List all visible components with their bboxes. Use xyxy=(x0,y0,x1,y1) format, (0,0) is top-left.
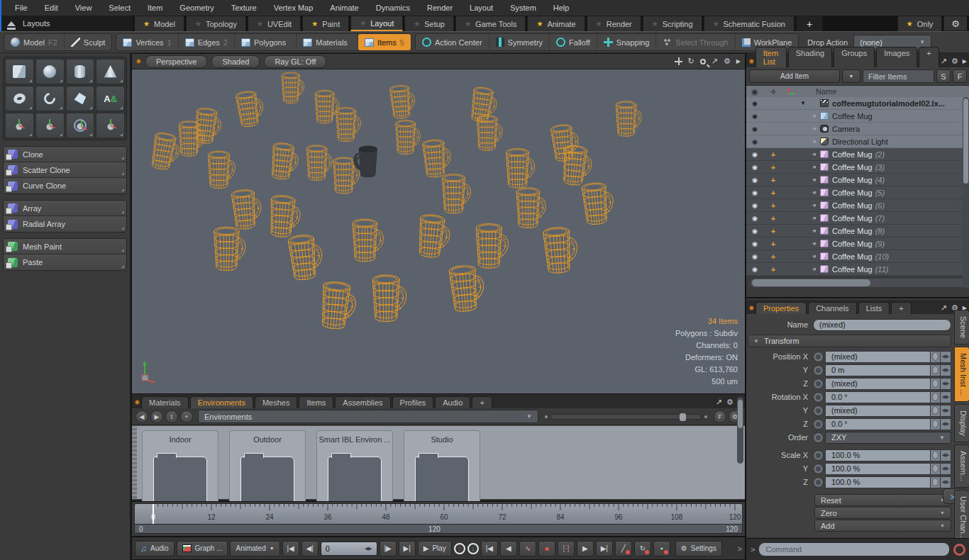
animated-channels-dropdown[interactable]: Animated ▼ xyxy=(230,541,279,556)
menu-item[interactable]: Geometry xyxy=(172,1,221,14)
go-to-end-button[interactable]: ▶| xyxy=(399,541,416,556)
scatter-clone-button[interactable]: Scatter Clone xyxy=(4,162,126,178)
expander-icon[interactable]: ▼ xyxy=(800,100,809,106)
star-icon[interactable]: ★ xyxy=(195,20,201,28)
channel-toggle[interactable] xyxy=(813,477,824,488)
audio-button[interactable]: ♫ Audio xyxy=(135,541,175,556)
key-range-icon[interactable]: [·] xyxy=(558,541,575,556)
value-field[interactable]: 0.0 ° xyxy=(825,418,930,430)
3d-viewport[interactable]: Perspective Shaded Ray GL: Off ↻ ↗ ⚙ ▶ xyxy=(131,53,746,393)
browser-tab[interactable]: Audio xyxy=(435,396,470,408)
item-row[interactable]: ◉ + ·■ Coffee Mug (2) xyxy=(746,148,969,161)
item-row[interactable]: ◉ ·■ Directional Light xyxy=(746,135,969,148)
transform-action-button[interactable]: Zero ▼ xyxy=(814,507,951,519)
browser-grip[interactable] xyxy=(132,426,137,499)
browser-tab[interactable]: Assemblies xyxy=(335,396,390,408)
previous-frame-button[interactable]: ◀| xyxy=(301,541,319,556)
layouts-button[interactable]: Layouts xyxy=(1,16,133,31)
cylinder-tool[interactable] xyxy=(66,59,95,84)
layout-settings-gear[interactable]: ⚙ xyxy=(943,16,968,31)
sphere-tool[interactable] xyxy=(35,59,65,84)
sculpt-mode-button[interactable]: Sculpt xyxy=(65,34,112,50)
keyframe-button[interactable] xyxy=(930,391,940,403)
browser-tab[interactable]: Profiles xyxy=(392,396,434,408)
eye-icon[interactable]: ◉ xyxy=(752,202,758,209)
panel-menu-dot[interactable] xyxy=(135,400,140,405)
back-button[interactable]: ◀ xyxy=(135,410,148,423)
first-key-button[interactable]: |◀ xyxy=(481,541,498,556)
viewport-menu-dot[interactable] xyxy=(136,59,141,64)
menu-item[interactable]: Animate xyxy=(322,1,366,14)
curve-clone-button[interactable]: Curve Clone xyxy=(4,178,126,194)
pin-icon[interactable]: + xyxy=(763,189,783,197)
channel-toggle[interactable] xyxy=(813,392,824,403)
maximize-icon[interactable]: ↗ xyxy=(711,57,718,66)
key-falloff-icon[interactable]: ∿ xyxy=(519,541,536,556)
eye-icon[interactable]: ◉ xyxy=(752,125,758,133)
eye-icon[interactable]: ◉ xyxy=(752,113,758,120)
eye-icon[interactable]: ◉ xyxy=(752,100,758,107)
menu-item[interactable]: View xyxy=(67,1,100,14)
spring-tool[interactable] xyxy=(35,86,65,111)
array-button[interactable]: Array xyxy=(4,201,126,216)
channel-toggle[interactable] xyxy=(813,464,824,474)
command-input[interactable] xyxy=(758,542,950,556)
item-row[interactable]: ◉ + ·■ Coffee Mug (5) xyxy=(746,186,969,199)
pin-icon[interactable]: + xyxy=(763,227,783,235)
item-row[interactable]: ◉ + ·■ Coffee Mug (8) xyxy=(746,225,969,237)
item-row[interactable]: ◉ + ·■ Coffee Mug (10) xyxy=(746,250,969,263)
eye-icon[interactable]: ◉ xyxy=(752,138,758,145)
paste-button[interactable]: Paste xyxy=(4,254,126,270)
value-field[interactable]: 100.0 % xyxy=(825,449,930,461)
layout-tab[interactable]: ★ UVEdit xyxy=(248,16,301,31)
item-list-vscrollbar[interactable] xyxy=(963,97,969,289)
range-end[interactable]: 120 xyxy=(726,525,738,533)
previous-key-button[interactable]: ◀ xyxy=(500,541,517,556)
property-category-tab[interactable]: Mesh Inst ... xyxy=(954,347,969,402)
eye-icon[interactable]: ◉ xyxy=(752,177,758,184)
item-row[interactable]: ◉ + ·■ Coffee Mug (6) xyxy=(746,199,969,212)
eye-icon[interactable]: ◉ xyxy=(752,151,758,158)
value-field[interactable]: (mixed) xyxy=(825,351,930,363)
browser-tab[interactable]: Materials xyxy=(141,396,189,408)
star-icon[interactable]: ★ xyxy=(257,20,263,28)
eye-icon[interactable]: ◉ xyxy=(752,253,758,260)
eye-icon[interactable]: ◉ xyxy=(752,189,758,196)
maximize-icon[interactable]: ↗ xyxy=(941,57,947,66)
transform-move-tool[interactable] xyxy=(5,113,34,138)
cycle-key-button[interactable]: ↻ xyxy=(634,541,651,556)
keyframe-button[interactable] xyxy=(930,378,940,390)
pin-icon[interactable]: + xyxy=(763,176,783,184)
filter-items-field[interactable]: Filter Items xyxy=(863,69,934,83)
polygon-tool[interactable] xyxy=(66,86,95,111)
transform-all-tool[interactable] xyxy=(96,113,125,138)
menu-item[interactable]: Help xyxy=(546,1,577,14)
pin-icon[interactable]: + xyxy=(763,150,783,159)
gear-icon[interactable]: ⚙ xyxy=(726,398,733,407)
channel-toggle[interactable] xyxy=(813,379,824,389)
layout-tab[interactable]: ★ Render xyxy=(587,16,641,31)
pin-icon[interactable]: + xyxy=(763,265,783,274)
item-row[interactable]: ◉ + ·■ Coffee Mug (3) xyxy=(746,161,969,174)
gear-icon[interactable]: ⚙ xyxy=(951,57,958,66)
star-icon[interactable]: ★ xyxy=(143,20,150,28)
menu-item[interactable]: Item xyxy=(140,1,170,14)
item-list-tab[interactable]: + xyxy=(919,47,938,67)
layout-tab[interactable]: ★ Game Tools xyxy=(455,16,526,31)
add-key-button[interactable]: ● xyxy=(538,541,555,556)
value-field[interactable]: 0.0 ° xyxy=(825,391,930,403)
panel-menu-dot[interactable] xyxy=(749,306,754,310)
eye-column-icon[interactable]: ◉ xyxy=(746,87,763,96)
channel-toggle[interactable] xyxy=(813,365,824,376)
value-spinner[interactable]: ◀▶ xyxy=(940,351,951,363)
value-spinner[interactable]: ◀▶ xyxy=(940,378,951,390)
panel-menu-dot[interactable] xyxy=(749,59,754,64)
browser-tab[interactable]: Items xyxy=(299,396,333,408)
only-filter-button[interactable]: ★ Only xyxy=(897,16,943,31)
item-row[interactable]: ◉ + ·■ Coffee Mug (9) xyxy=(746,237,969,250)
frame-spinner[interactable]: ◀▶ xyxy=(365,546,372,551)
remove-key-button[interactable]: ▪ xyxy=(653,541,670,556)
model-mode-button[interactable]: Model F2 xyxy=(4,34,65,50)
transform-scale-tool[interactable] xyxy=(35,113,65,138)
value-field[interactable]: 0 m xyxy=(825,364,930,376)
